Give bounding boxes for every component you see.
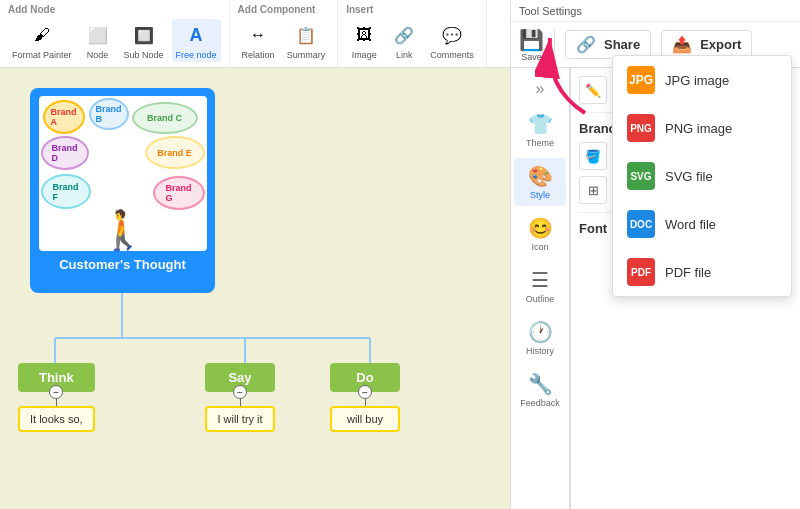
add-component-buttons: ↔ Relation 📋 Summary <box>238 19 330 62</box>
comments-btn[interactable]: 💬 Comments <box>426 19 478 62</box>
comments-label: Comments <box>430 50 474 60</box>
subnode-icon: 🔲 <box>130 21 158 49</box>
brand-a-bubble: BrandA <box>43 100 85 134</box>
style-icon: 🎨 <box>528 164 553 188</box>
format-painter-label: Format Painter <box>12 50 72 60</box>
feedback-label: Feedback <box>520 398 560 408</box>
freenode-label: Free node <box>176 50 217 60</box>
summary-btn[interactable]: 📋 Summary <box>283 19 330 62</box>
add-component-label: Add Component <box>238 4 316 15</box>
brand-e-bubble: Brand E <box>145 136 205 169</box>
link-btn[interactable]: 🔗 Link <box>386 19 422 62</box>
export-pdf-item[interactable]: PDF PDF file <box>613 248 791 296</box>
save-icon: 💾 <box>519 28 544 52</box>
sidebar-item-icon[interactable]: 😊 Icon <box>514 210 566 258</box>
feedback-icon: 🔧 <box>528 372 553 396</box>
image-label: Image <box>352 50 377 60</box>
icon-icon: 😊 <box>528 216 553 240</box>
save-label: Save <box>521 52 542 62</box>
brand-f-bubble: BrandF <box>41 174 91 209</box>
svg-icon: SVG <box>627 162 655 190</box>
export-svg-item[interactable]: SVG SVG file <box>613 152 791 200</box>
outline-icon: ☰ <box>531 268 549 292</box>
subnode-btn[interactable]: 🔲 Sub Node <box>120 19 168 62</box>
think-node[interactable]: Think − <box>18 363 95 392</box>
image-icon: 🖼 <box>350 21 378 49</box>
say-node-group: Say − I will try it <box>205 363 275 432</box>
add-node-buttons: 🖌 Format Painter ⬜ Node 🔲 Sub Node A Fre… <box>8 19 221 62</box>
insert-group: Insert 🖼 Image 🔗 Link 💬 Comments <box>338 0 487 67</box>
share-label: Share <box>604 37 640 52</box>
doc-icon: DOC <box>627 210 655 238</box>
think-grandchild[interactable]: It looks so, <box>18 406 95 432</box>
export-word-item[interactable]: DOC Word file <box>613 200 791 248</box>
brand-g-bubble: BrandG <box>153 176 205 210</box>
do-node-group: Do − will buy <box>330 363 400 432</box>
relation-label: Relation <box>242 50 275 60</box>
comments-icon: 💬 <box>438 21 466 49</box>
sidebar: » 👕 Theme 🎨 Style 😊 Icon ☰ Outline 🕐 His… <box>510 68 570 509</box>
node-btn[interactable]: ⬜ Node <box>80 19 116 62</box>
pdf-icon: PDF <box>627 258 655 286</box>
add-component-group: Add Component ↔ Relation 📋 Summary <box>230 0 339 67</box>
history-icon: 🕐 <box>528 320 553 344</box>
share-icon: 🔗 <box>576 35 596 54</box>
sidebar-item-feedback[interactable]: 🔧 Feedback <box>514 366 566 414</box>
sidebar-item-history[interactable]: 🕐 History <box>514 314 566 362</box>
summary-icon: 📋 <box>292 21 320 49</box>
theme-label: Theme <box>526 138 554 148</box>
do-collapse-btn[interactable]: − <box>358 385 372 399</box>
export-icon: 📤 <box>672 35 692 54</box>
pen-btn[interactable]: ✏️ <box>579 76 607 104</box>
think-collapse-btn[interactable]: − <box>49 385 63 399</box>
history-label: History <box>526 346 554 356</box>
relation-btn[interactable]: ↔ Relation <box>238 19 279 62</box>
freenode-icon: A <box>182 21 210 49</box>
tool-settings-title: Tool Settings <box>511 0 800 22</box>
summary-label: Summary <box>287 50 326 60</box>
say-grandchild[interactable]: I will try it <box>205 406 275 432</box>
add-node-group: Add Node 🖌 Format Painter ⬜ Node 🔲 Sub N… <box>0 0 230 67</box>
jpg-label: JPG image <box>665 73 729 88</box>
thinking-figure: 🚶 <box>99 211 146 249</box>
sidebar-item-outline[interactable]: ☰ Outline <box>514 262 566 310</box>
format-painter-icon: 🖌 <box>28 21 56 49</box>
png-icon: PNG <box>627 114 655 142</box>
say-collapse-btn[interactable]: − <box>233 385 247 399</box>
jpg-icon: JPG <box>627 66 655 94</box>
export-jpg-item[interactable]: JPG JPG image <box>613 56 791 104</box>
grid-btn[interactable]: ⊞ <box>579 176 607 204</box>
theme-icon: 👕 <box>528 112 553 136</box>
export-png-item[interactable]: PNG PNG image <box>613 104 791 152</box>
brand-c-bubble: Brand C <box>132 102 198 134</box>
png-label: PNG image <box>665 121 732 136</box>
say-node[interactable]: Say − <box>205 363 275 392</box>
central-node[interactable]: BrandA BrandB Brand C BrandD Brand E Bra… <box>30 88 215 293</box>
sidebar-item-style[interactable]: 🎨 Style <box>514 158 566 206</box>
save-button[interactable]: 💾 Save <box>519 28 544 62</box>
sidebar-item-theme[interactable]: 👕 Theme <box>514 106 566 154</box>
subnode-label: Sub Node <box>124 50 164 60</box>
central-node-text: Customer's Thought <box>59 257 186 272</box>
image-btn[interactable]: 🖼 Image <box>346 19 382 62</box>
insert-buttons: 🖼 Image 🔗 Link 💬 Comments <box>346 19 478 62</box>
freenode-btn[interactable]: A Free node <box>172 19 221 62</box>
do-grandchild[interactable]: will buy <box>330 406 400 432</box>
node-icon: ⬜ <box>84 21 112 49</box>
format-painter-btn[interactable]: 🖌 Format Painter <box>8 19 76 62</box>
export-label: Export <box>700 37 741 52</box>
add-node-label: Add Node <box>8 4 55 15</box>
central-node-image: BrandA BrandB Brand C BrandD Brand E Bra… <box>39 96 207 251</box>
do-node[interactable]: Do − <box>330 363 400 392</box>
brand-b-bubble: BrandB <box>89 98 129 130</box>
expand-button[interactable]: » <box>532 76 549 102</box>
outline-label: Outline <box>526 294 555 304</box>
relation-icon: ↔ <box>244 21 272 49</box>
insert-label: Insert <box>346 4 373 15</box>
think-node-group: Think − It looks so, <box>18 363 95 432</box>
node-label: Node <box>87 50 109 60</box>
icon-label: Icon <box>531 242 548 252</box>
fill-btn[interactable]: 🪣 <box>579 142 607 170</box>
canvas-area[interactable]: BrandA BrandB Brand C BrandD Brand E Bra… <box>0 68 510 509</box>
svg-label: SVG file <box>665 169 713 184</box>
